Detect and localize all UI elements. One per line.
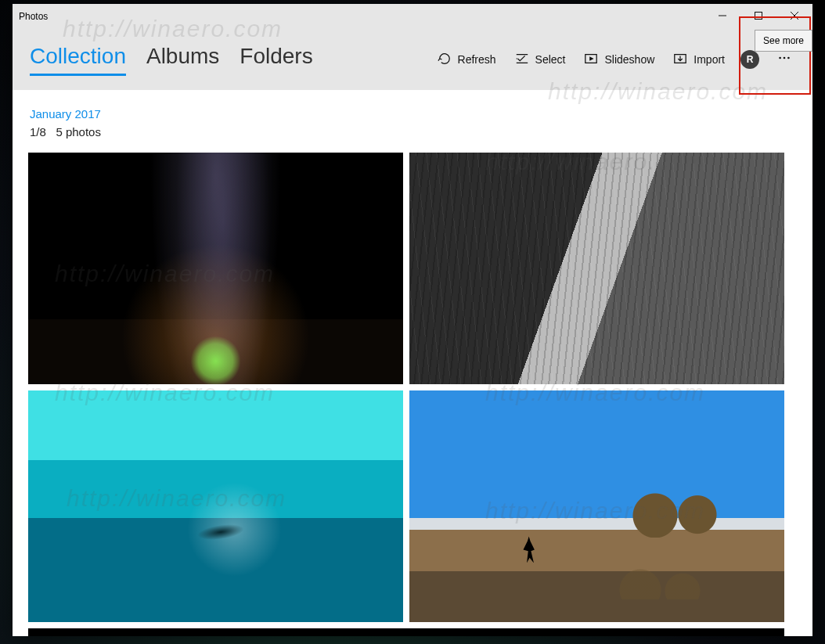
tab-collection-label: Collection (30, 44, 126, 69)
close-button[interactable] (776, 4, 812, 29)
photo-thumbnail[interactable] (28, 390, 403, 622)
photos-app-window: Photos Collection Albums Folders (13, 4, 812, 636)
minimize-icon (719, 11, 726, 22)
month-header[interactable]: January 2017 (28, 107, 812, 121)
import-label: Import (694, 53, 725, 66)
user-avatar[interactable]: R (740, 50, 759, 69)
svg-point-5 (787, 57, 790, 59)
select-label: Select (535, 53, 566, 66)
app-title: Photos (19, 11, 48, 22)
command-buttons: Refresh Select Slideshow Import R (430, 44, 800, 75)
photo-thumbnail[interactable] (409, 390, 784, 622)
tab-albums[interactable]: Albums (146, 29, 219, 90)
photo-count: 5 photos (56, 125, 101, 139)
month-subinfo: 1/8 5 photos (28, 125, 812, 139)
photo-thumbnail-partial[interactable] (28, 628, 784, 636)
photo-thumbnail[interactable] (409, 153, 784, 384)
slideshow-icon (584, 52, 598, 68)
slideshow-label: Slideshow (604, 53, 654, 66)
titlebar: Photos (13, 4, 812, 29)
import-icon (673, 52, 687, 68)
svg-point-3 (779, 57, 781, 59)
day-fraction: 1/8 (30, 125, 46, 139)
svg-point-4 (784, 57, 786, 59)
avatar-initial: R (747, 54, 754, 65)
import-button[interactable]: Import (665, 44, 733, 75)
select-button[interactable]: Select (507, 44, 574, 75)
photo-grid (28, 153, 812, 636)
pivot-tabs: Collection Albums Folders (30, 29, 313, 90)
select-icon (515, 52, 529, 68)
slideshow-button[interactable]: Slideshow (576, 44, 662, 75)
refresh-label: Refresh (458, 53, 496, 66)
close-icon (791, 11, 798, 22)
maximize-button[interactable] (740, 4, 776, 29)
tab-collection[interactable]: Collection (30, 29, 126, 90)
refresh-button[interactable]: Refresh (430, 44, 504, 75)
photo-thumbnail[interactable] (28, 153, 403, 384)
tab-albums-label: Albums (146, 44, 219, 69)
see-more-tooltip: See more (755, 30, 812, 52)
minimize-button[interactable] (704, 4, 740, 29)
tab-folders[interactable]: Folders (240, 29, 312, 90)
tab-folders-label: Folders (240, 44, 312, 69)
ellipsis-icon (777, 51, 791, 68)
refresh-icon (438, 52, 452, 68)
command-bar: Collection Albums Folders Refresh Select (13, 29, 812, 90)
collection-content[interactable]: January 2017 1/8 5 photos (13, 90, 812, 636)
svg-rect-0 (755, 13, 762, 20)
maximize-icon (755, 11, 762, 22)
